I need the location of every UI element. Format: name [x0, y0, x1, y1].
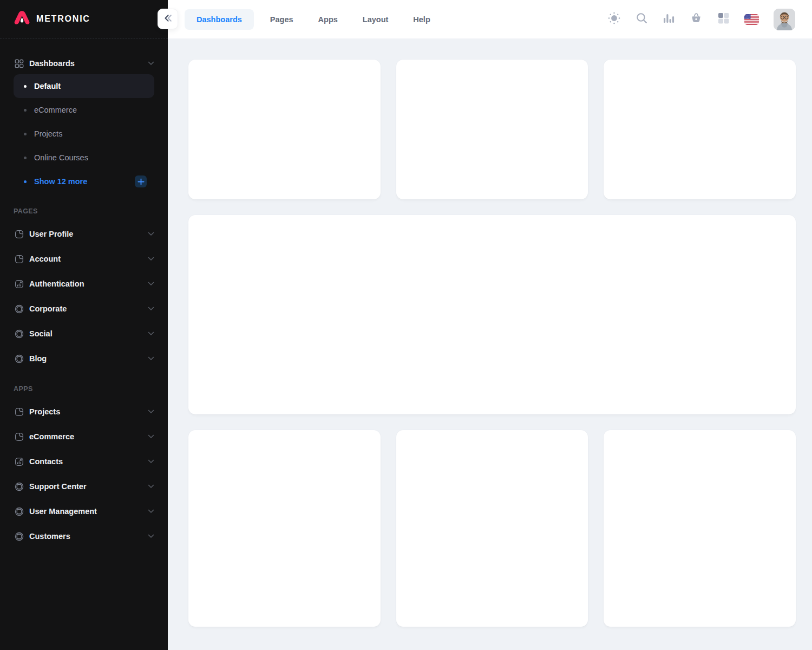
dashboard-card-1 — [188, 60, 381, 199]
dashboard-card-2 — [396, 60, 588, 199]
globe-icon — [14, 506, 24, 517]
topbar-actions — [607, 9, 795, 30]
apps-launcher-button[interactable] — [717, 12, 730, 27]
sidebar-item-contacts[interactable]: Contacts — [14, 449, 154, 474]
us-flag-icon — [744, 14, 759, 25]
chevron-down-icon — [148, 257, 154, 261]
file-icon — [14, 254, 24, 264]
chevron-down-icon — [148, 459, 154, 464]
sidebar-item-dashboards[interactable]: Dashboards — [14, 53, 154, 74]
chevron-down-icon — [148, 509, 154, 514]
sidebar-item-account[interactable]: Account — [14, 246, 154, 271]
globe-icon — [14, 354, 24, 364]
chevron-down-icon — [148, 61, 154, 66]
double-chevron-left-icon — [163, 14, 173, 24]
sidebar-item-label: Customers — [29, 532, 70, 541]
dashboard-card-wide — [188, 215, 796, 414]
user-menu-button[interactable] — [774, 9, 795, 30]
main-content — [168, 38, 812, 627]
dashboard-card-6 — [604, 430, 796, 627]
logo-text: METRONIC — [36, 14, 90, 24]
tab-dashboards[interactable]: Dashboards — [185, 9, 254, 30]
sidebar-item-label: Support Center — [29, 482, 87, 491]
sidebar-item-label: Projects — [29, 407, 60, 416]
chart-square-icon — [14, 279, 24, 289]
apps-grid-icon — [717, 12, 730, 27]
theme-toggle-button[interactable] — [607, 11, 621, 27]
sidebar-item-label: Corporate — [29, 304, 67, 313]
dashboard-grid — [188, 60, 796, 627]
file-icon — [14, 432, 24, 442]
sidebar-item-corporate[interactable]: Corporate — [14, 296, 154, 321]
sun-icon — [607, 11, 621, 27]
sidebar-subitem-default[interactable]: Default — [14, 74, 154, 98]
chevron-down-icon — [148, 307, 154, 311]
search-button[interactable] — [636, 12, 648, 27]
dashboard-card-4 — [188, 430, 381, 627]
bullet-dot — [24, 133, 27, 135]
sidebar-subitem-label: eCommerce — [34, 106, 77, 114]
bullet-dot — [24, 157, 27, 159]
sidebar-item-social[interactable]: Social — [14, 321, 154, 346]
tab-layout[interactable]: Layout — [354, 9, 397, 30]
sidebar-item-label: User Management — [29, 507, 97, 516]
dashboard-card-3 — [604, 60, 796, 199]
bullet-dot — [24, 85, 27, 88]
chevron-down-icon — [148, 410, 154, 414]
sidebar-subitem-ecommerce[interactable]: eCommerce — [14, 98, 154, 122]
sidebar-item-customers[interactable]: Customers — [14, 524, 154, 549]
chevron-down-icon — [148, 332, 154, 336]
sidebar-item-label: eCommerce — [29, 432, 74, 441]
sidebar-subitem-label: Default — [34, 82, 61, 90]
sidebar-item-blog[interactable]: Blog — [14, 346, 154, 371]
sidebar-item-label: User Profile — [29, 230, 73, 238]
sidebar-item-authentication[interactable]: Authentication — [14, 271, 154, 296]
plus-button[interactable] — [135, 176, 147, 187]
sidebar-subitem-projects[interactable]: Projects — [14, 122, 154, 146]
tab-help[interactable]: Help — [404, 9, 438, 30]
language-selector[interactable] — [744, 14, 759, 25]
sidebar-subitem-show-more[interactable]: Show 12 more — [14, 170, 154, 193]
globe-icon — [14, 329, 24, 339]
sidebar-item-label: Account — [29, 255, 61, 263]
globe-icon — [14, 304, 24, 314]
sidebar-item-apps-projects[interactable]: Projects — [14, 399, 154, 424]
tab-pages[interactable]: Pages — [261, 9, 302, 30]
dashboard-card-5 — [396, 430, 588, 627]
sidebar-item-support-center[interactable]: Support Center — [14, 474, 154, 499]
sidebar-item-label: Dashboards — [29, 59, 75, 68]
section-label-pages: PAGES — [14, 193, 154, 222]
section-label-apps: APPS — [14, 371, 154, 399]
sidebar-subitem-label: Online Courses — [34, 153, 88, 162]
sidebar-collapse-button[interactable] — [158, 9, 178, 29]
chevron-down-icon — [148, 356, 154, 361]
grid-icon — [14, 58, 24, 69]
sidebar-subitem-online-courses[interactable]: Online Courses — [14, 146, 154, 170]
sidebar-item-label: Social — [29, 329, 53, 338]
chevron-down-icon — [148, 484, 154, 489]
file-icon — [14, 407, 24, 417]
cart-button[interactable] — [690, 12, 703, 27]
sidebar-menu: Dashboards Default eCommerce Projects On… — [0, 38, 168, 549]
sidebar-item-label: Authentication — [29, 280, 84, 288]
chevron-down-icon — [148, 232, 154, 236]
sidebar-item-label: Contacts — [29, 457, 63, 466]
tab-apps[interactable]: Apps — [310, 9, 346, 30]
file-icon — [14, 229, 24, 239]
bullet-dot — [24, 109, 27, 112]
search-icon — [636, 12, 648, 27]
chevron-down-icon — [148, 282, 154, 286]
globe-icon — [14, 531, 24, 542]
sidebar-item-apps-ecommerce[interactable]: eCommerce — [14, 424, 154, 449]
sidebar-subitem-label: Show 12 more — [34, 177, 87, 186]
avatar — [774, 23, 795, 30]
sidebar-item-label: Blog — [29, 354, 47, 363]
chevron-down-icon — [148, 534, 154, 538]
sidebar-item-user-management[interactable]: User Management — [14, 499, 154, 524]
bullet-dot — [24, 180, 27, 183]
stats-button[interactable] — [663, 12, 675, 27]
sidebar: METRONIC Dashboards — [0, 0, 168, 650]
topbar: Dashboards Pages Apps Layout Help — [168, 0, 812, 38]
chevron-down-icon — [148, 434, 154, 439]
sidebar-item-user-profile[interactable]: User Profile — [14, 222, 154, 246]
